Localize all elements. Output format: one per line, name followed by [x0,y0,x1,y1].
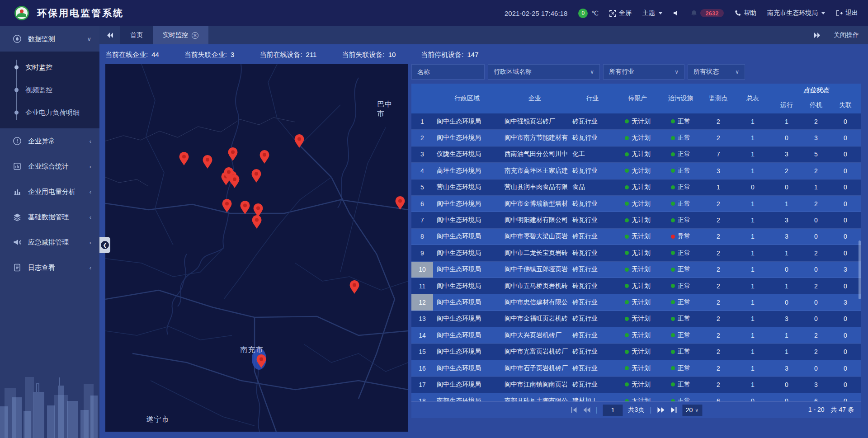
sidebar-item-data-monitor[interactable]: 数据监测 ∨ [0,26,99,52]
map-marker[interactable] [222,198,232,213]
sidebar-item-company-abnormal[interactable]: 企业异常 ‹ [0,128,99,154]
sidebar-item-video-monitor[interactable]: 视频监控 [0,79,99,101]
page-number-input[interactable]: 1 [603,405,623,416]
sidebar-item-base-data[interactable]: 基础数据管理 ‹ [0,204,99,230]
row-index: 5 [411,179,433,195]
table-row[interactable]: 2 阆中生态环境局 阆中市南方节能建材有 砖瓦行业 无计划 正常 2 1 0 3… [411,130,861,146]
table-row[interactable]: 13 阆中生态环境局 阆中市金福旺页岩机砖 砖瓦行业 无计划 正常 2 1 3 … [411,311,861,327]
layers-icon [13,212,22,221]
prev-page-button[interactable] [583,407,590,413]
top-header: 环保用电监管系统 2021-02-25 17:46:18 0 ℃ 全屏 主题 2… [0,0,868,26]
row-monitor-points: 2 [702,311,735,327]
status-dot [625,268,629,272]
theme-dropdown[interactable]: 主题 [642,9,662,17]
map-marker[interactable] [229,174,240,188]
row-lost-count: 0 [830,393,861,401]
location-pin-icon [251,215,262,229]
map-panel[interactable]: 巴中市南充市遂宁市 [105,64,408,432]
sidebar-item-emergency-reduction[interactable]: 应急减排管理 ‹ [0,230,99,255]
notifications[interactable]: 2632 [690,9,724,17]
page-size-select[interactable]: 20∨ [682,405,702,416]
status-dot [671,251,675,255]
status-filter-select[interactable]: 所有状态∨ [688,64,745,80]
status-dot [671,284,675,288]
table-row[interactable]: 5 营山生态环境局 营山县润丰肉食品有限 食品 无计划 正常 1 0 0 1 0 [411,179,861,196]
sidebar-item-log-view[interactable]: 日志查看 ‹ [0,255,99,280]
status-dot [625,185,629,189]
row-total-meters: 1 [735,278,771,294]
table-row[interactable]: 7 阆中生态环境局 阆中明阳建材有限公司 砖瓦行业 无计划 正常 2 1 3 0… [411,212,861,228]
tabs-scroll-left-button[interactable] [99,26,120,44]
table-row[interactable]: 9 阆中生态环境局 阆中市二龙长宝页岩砖 砖瓦行业 无计划 正常 2 1 1 2… [411,245,861,261]
pagination-bar: | 1 共3页 | 20∨ 1 - 20 共 47 条 [411,401,861,418]
map-marker[interactable] [256,354,267,368]
map-marker[interactable] [179,151,189,166]
table-row[interactable]: 3 仪陇生态环境局 西南油气田分公司川中 化工 无计划 正常 7 1 3 5 0 [411,146,861,163]
first-page-button[interactable] [571,407,577,413]
logout-button[interactable]: 退出 [836,9,858,17]
row-region: 阆中生态环境局 [433,113,501,129]
table-row[interactable]: 6 阆中生态环境局 阆中市金博瑞新型墙材 砖瓦行业 无计划 正常 2 1 1 2… [411,196,861,212]
map-marker[interactable] [395,196,406,210]
map-marker[interactable] [294,134,305,148]
row-stopped-count: 2 [802,113,830,129]
stat-stopped-devices: 当前停机设备:147 [421,51,478,59]
table-row[interactable]: 12 阆中生态环境局 阆中市忠信建材有限公 砖瓦行业 无计划 正常 2 1 0 … [411,294,861,311]
double-chevron-right-icon[interactable] [814,32,821,38]
map-marker[interactable] [240,200,250,215]
chevron-left-icon: ‹ [90,138,91,145]
next-page-button[interactable] [657,407,665,413]
table-row[interactable]: 10 阆中生态环境局 阆中千佛镇五郎垭页岩 砖瓦行业 无计划 正常 2 1 0 … [411,262,861,278]
map-collapse-button[interactable]: ❮ [99,237,110,253]
table-row[interactable]: 1 阆中生态环境局 阆中强锐页岩砖厂 砖瓦行业 无计划 正常 2 1 1 2 0 [411,113,861,130]
row-stopped-count: 0 [802,294,830,310]
row-company: 阆中市光富页岩机砖厂 [501,344,569,359]
table-row[interactable]: 11 阆中生态环境局 阆中市五马桥页岩机砖 砖瓦行业 无计划 正常 2 1 1 … [411,278,861,294]
tab-home[interactable]: 首页 [120,26,153,44]
total-count-label: 共 47 条 [831,406,854,414]
row-total-meters: 1 [735,377,771,392]
table-row[interactable]: 8 阆中生态环境局 阆中市枣碧大梁山页岩 砖瓦行业 无计划 异常 2 1 3 0… [411,229,861,245]
map-marker[interactable] [251,215,262,229]
industry-filter-select[interactable]: 所有行业∨ [603,64,684,80]
table-row[interactable]: 16 阆中生态环境局 阆中市石子页岩机砖厂 砖瓦行业 无计划 正常 2 1 3 … [411,360,861,377]
row-index: 9 [411,245,433,261]
row-company: 阆中市忠信建材有限公 [501,294,569,310]
map-marker[interactable] [227,147,238,161]
row-limit-status: 无计划 [616,278,659,294]
map-marker[interactable] [259,150,270,164]
sidebar-item-power-load-detail[interactable]: 企业电力负荷明细 [0,101,99,124]
org-dropdown[interactable]: 南充市生态环境局 [767,9,825,17]
table-row[interactable]: 15 阆中生态环境局 阆中市光富页岩机砖厂 砖瓦行业 无计划 正常 2 1 1 … [411,344,861,360]
table-row[interactable]: 18 南部生态环境局 南部县砖瓦土陶有限公 建材加工 无计划 正常 6 0 0 … [411,393,861,401]
column-industry: 行业 [569,84,616,113]
help-button[interactable]: 帮助 [735,9,756,17]
table-row[interactable]: 17 阆中生态环境局 阆中市江南镇阆南页岩 砖瓦行业 无计划 正常 2 1 0 … [411,377,861,393]
table-scrollbar[interactable] [859,240,861,299]
fullscreen-button[interactable]: 全屏 [609,9,632,17]
table-row[interactable]: 4 高坪生态环境局 南充市高坪区王家店建 砖瓦行业 无计划 正常 3 1 2 2… [411,163,861,179]
last-page-button[interactable] [670,407,677,413]
temperature-unit: ℃ [591,9,599,17]
table-row[interactable]: 14 阆中生态环境局 阆中大兴页岩机砖厂 砖瓦行业 无计划 正常 2 1 1 2… [411,327,861,344]
close-tab-icon[interactable]: ✕ [192,32,198,39]
region-filter-select[interactable]: 行政区域名称∨ [488,64,600,80]
map-marker[interactable] [349,280,360,294]
sidebar-item-power-analysis[interactable]: 企业用电量分析 ‹ [0,179,99,204]
map-marker[interactable] [251,169,262,183]
tab-realtime-monitor[interactable]: 实时监控 ✕ [153,26,208,44]
map-marker[interactable] [202,155,213,169]
name-filter-field[interactable] [411,64,485,80]
table-body: 1 阆中生态环境局 阆中强锐页岩砖厂 砖瓦行业 无计划 正常 2 1 1 2 0… [411,113,861,401]
column-total-meters: 总表 [735,84,771,113]
close-operations-button[interactable]: 关闭操作 [834,31,859,39]
mute-button[interactable] [673,10,679,16]
sidebar-item-realtime-monitor[interactable]: 实时监控 [0,56,99,79]
name-filter-input[interactable] [417,68,479,75]
row-monitor-points: 2 [702,377,735,392]
sidebar-item-company-statistics[interactable]: 企业综合统计 ‹ [0,154,99,179]
location-pin-icon [259,150,270,164]
row-monitor-points: 2 [702,262,735,278]
row-region: 阆中生态环境局 [433,344,501,359]
status-dot [671,268,675,272]
